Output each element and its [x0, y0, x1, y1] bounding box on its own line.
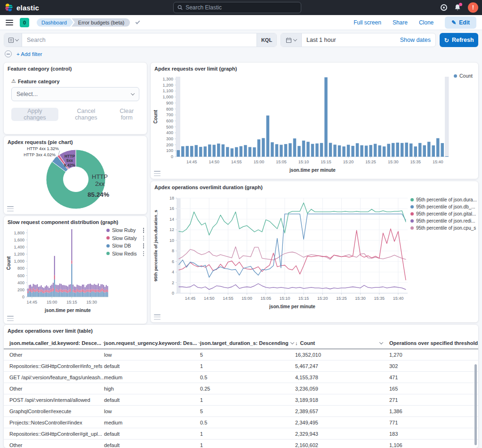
legend-item[interactable]: Slow DB — [106, 243, 145, 249]
table-row: GET /api/:version/feature_flags/unleash.… — [4, 372, 478, 383]
table-column-header[interactable]: json.meta.caller_id.keyword: Desce... — [9, 337, 104, 349]
global-search-input[interactable] — [185, 4, 297, 11]
legend-menu-icon[interactable] — [142, 227, 145, 233]
breadcrumb-dashboard[interactable]: Dashboard — [37, 18, 73, 27]
time-range-button[interactable]: Last 1 hour — [302, 33, 395, 47]
table-cell: low — [104, 406, 200, 416]
refresh-icon: ↻ — [444, 37, 449, 44]
legend-menu-icon[interactable] — [142, 243, 145, 249]
kql-language-button[interactable]: KQL — [257, 33, 276, 47]
x-tick-label: 15:00 — [241, 296, 252, 301]
dashboard-actions: Full screen Share Clone ✎ Edit — [353, 16, 476, 29]
table-cell: 165 — [389, 383, 478, 394]
legend-item[interactable]: Count — [454, 73, 473, 79]
global-search[interactable] — [173, 2, 301, 13]
chevron-down-icon — [379, 340, 383, 344]
help-icon[interactable] — [441, 4, 447, 11]
refresh-button[interactable]: ↻ Refresh — [440, 33, 478, 47]
table-row: Repositories::GitHttpController#info_ref… — [4, 360, 478, 372]
table-cell: 4,155,378 — [295, 372, 389, 383]
legend-item[interactable]: Slow Redis — [106, 251, 145, 257]
pencil-icon: ✎ — [451, 19, 456, 26]
x-tick-label: 15:05 — [261, 296, 272, 301]
notifications-bell-icon[interactable] — [454, 4, 461, 11]
table-column-header[interactable]: ↓Count — [295, 337, 389, 349]
legend-item[interactable]: 95th percentile of json.redi... — [410, 218, 477, 224]
panel-options-icon[interactable] — [7, 206, 14, 211]
panel-options-icon[interactable] — [154, 171, 161, 176]
clone-link[interactable]: Clone — [419, 19, 434, 26]
breadcrumb-current: Error budgets (beta) — [72, 18, 130, 27]
add-filter-link[interactable]: + Add filter — [16, 51, 42, 57]
breadcrumb: Dashboard Error budgets (beta) — [37, 18, 130, 27]
y-tick-label: 18 — [169, 196, 174, 200]
table-cell: 1 — [200, 440, 295, 448]
full-screen-link[interactable]: Full screen — [353, 19, 381, 26]
user-avatar[interactable]: ! — [468, 2, 478, 13]
y-tick-label: 1,000 — [14, 259, 24, 264]
table-column-header[interactable]: json.request_urgency.keyword: Des... — [104, 337, 200, 349]
legend-item[interactable]: 95th percentile of json.cpu_s — [410, 225, 477, 231]
x-tick-label: 15:35 — [374, 296, 385, 301]
legend-menu-icon[interactable] — [142, 235, 145, 241]
y-tick-label: 900 — [166, 101, 173, 105]
table-column-header[interactable]: Operations over specified threshold... — [389, 337, 478, 349]
legend-item[interactable]: 95th percentile of json.dura... — [410, 197, 477, 202]
y-tick-label: 0 — [22, 295, 24, 299]
table-cell: 771 — [389, 417, 478, 428]
global-header: elastic ! — [0, 0, 482, 15]
pie-slice-label: 2xx — [95, 180, 105, 187]
pie-slice-label: 85.24% — [88, 191, 109, 198]
sort-descending-icon: ↓ — [295, 340, 298, 346]
y-tick-label: 200 — [17, 288, 24, 292]
y-tick-label: 1,600 — [14, 238, 24, 242]
cancel-changes-button[interactable]: Cancel changes — [67, 108, 106, 121]
y-axis-label: 95th percentile of json.duration_s — [153, 210, 158, 281]
x-tick-label: 15:30 — [388, 160, 399, 164]
x-tick-label: 14:45 — [185, 296, 196, 301]
clear-form-button[interactable]: Clear form — [114, 108, 139, 121]
chevron-down-icon — [293, 37, 297, 41]
column-header-label: Count — [300, 340, 315, 346]
elastic-logo[interactable]: elastic — [5, 3, 39, 12]
x-tick-label: 14:55 — [231, 160, 242, 164]
legend-item[interactable]: Slow Gitaly — [106, 235, 145, 241]
apdex-requests-over-limit-panel: Apdex requests over limit (graph) 010020… — [151, 63, 478, 179]
x-tick-label: 15:15 — [321, 160, 331, 164]
legend-item[interactable]: 95th percentile of json.db_... — [410, 204, 477, 209]
panel-options-icon[interactable] — [154, 314, 161, 320]
apply-changes-button[interactable]: Apply changes — [11, 108, 58, 121]
share-link[interactable]: Share — [393, 19, 408, 26]
legend-label: 95th percentile of json.gital... — [416, 211, 476, 216]
table-cell: medium — [104, 372, 200, 383]
legend-menu-icon[interactable] — [142, 251, 145, 257]
nav-badge[interactable]: 0 — [20, 18, 29, 27]
table-row: POST /api/:version/internal/alloweddefau… — [4, 394, 478, 406]
y-tick-label: 1,300 — [162, 77, 173, 81]
saved-query-menu-button[interactable] — [4, 33, 22, 47]
y-tick-label: 14 — [169, 217, 174, 222]
panel-options-icon[interactable] — [7, 316, 14, 321]
table-cell: 5 — [200, 349, 295, 360]
pie-chart-canvas: HTTP 4xx 1.32%HTTP 3xx 4.02%HTTP5xx9.42%… — [4, 144, 147, 213]
date-quick-select-button[interactable] — [281, 33, 302, 47]
x-tick-label: 15:05 — [276, 160, 287, 164]
legend-item[interactable]: Slow Ruby — [106, 227, 145, 233]
filter-options-icon[interactable] — [5, 50, 12, 57]
edit-button[interactable]: ✎ Edit — [445, 16, 476, 29]
table-column-header[interactable]: json.target_duration_s: Descending — [200, 337, 295, 349]
y-tick-label: 600 — [17, 273, 24, 278]
y-tick-label: 16 — [169, 206, 174, 211]
panel-title: Apdex operations over limit (table) — [4, 325, 478, 334]
table-scrollbar[interactable] — [474, 364, 477, 445]
query-search-input[interactable] — [22, 33, 257, 47]
legend-item[interactable]: 95th percentile of json.gital... — [410, 211, 477, 216]
show-dates-link[interactable]: Show dates — [395, 33, 435, 47]
feature-category-select[interactable]: Select... — [11, 87, 139, 101]
legend-label: 95th percentile of json.redi... — [416, 218, 475, 224]
menu-hamburger-icon[interactable] — [6, 20, 13, 25]
table-cell: 1,106 — [389, 440, 478, 448]
table-cell: 1,386 — [389, 406, 478, 416]
table-cell: 2,329,943 — [295, 428, 389, 439]
table-row: Repositories::GitHttpController#git_upl.… — [4, 428, 478, 440]
